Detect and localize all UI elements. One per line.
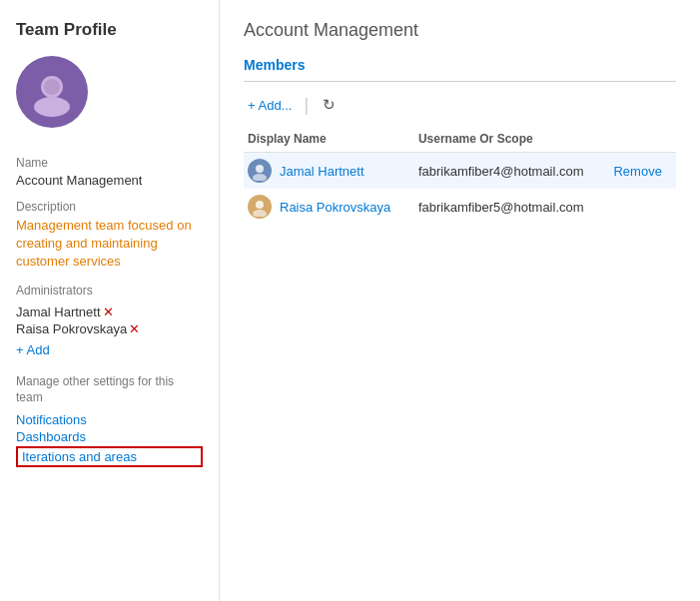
sidebar-title: Team Profile [16, 20, 203, 40]
svg-point-6 [253, 210, 267, 217]
member-username-1: fabrikamfiber4@hotmail.com [414, 153, 610, 190]
description-value: Management team focused on creating and … [16, 217, 203, 272]
add-member-button[interactable]: + Add... [244, 96, 296, 115]
member-avatar-1 [248, 159, 272, 183]
name-label: Name [16, 156, 203, 170]
name-value: Account Management [16, 173, 203, 188]
section-divider [244, 81, 676, 82]
refresh-button[interactable]: ↻ [317, 94, 342, 116]
iterations-areas-link[interactable]: Iterations and areas [16, 446, 203, 467]
table-header-row: Display Name Username Or Scope [244, 128, 676, 153]
col-actions [609, 128, 676, 153]
members-section-header: Members [244, 57, 676, 73]
admin-item: Jamal Hartnett ✕ [16, 304, 203, 319]
admin-name-1: Jamal Hartnett [16, 304, 101, 319]
member-display-name-1[interactable]: Jamal Hartnett [280, 164, 364, 179]
add-member-label: + Add... [248, 98, 292, 113]
main-content: Account Management Members + Add... | ↻ … [220, 0, 700, 601]
notifications-link[interactable]: Notifications [16, 412, 203, 427]
table-row: Raisa Pokrovskaya fabrikamfiber5@hotmail… [244, 189, 676, 225]
svg-point-4 [253, 174, 267, 181]
description-label: Description [16, 200, 203, 214]
team-avatar [16, 56, 88, 128]
members-table: Display Name Username Or Scope [244, 128, 676, 225]
table-row: Jamal Hartnett fabrikamfiber4@hotmail.co… [244, 153, 676, 190]
page-title: Account Management [244, 20, 676, 41]
members-toolbar: + Add... | ↻ [244, 94, 676, 116]
refresh-icon: ↻ [323, 96, 336, 114]
sidebar: Team Profile Name Account Management Des… [0, 0, 220, 601]
svg-point-5 [256, 201, 264, 209]
svg-point-0 [34, 97, 70, 117]
member-name-cell: Jamal Hartnett [244, 153, 414, 190]
remove-member-1-button[interactable]: Remove [613, 164, 661, 179]
administrators-label: Administrators [16, 284, 203, 298]
col-username: Username Or Scope [414, 128, 610, 153]
svg-point-3 [256, 165, 264, 173]
admin-remove-1[interactable]: ✕ [103, 304, 114, 319]
member-remove-cell-2 [609, 189, 676, 225]
member-avatar-2 [248, 195, 272, 219]
svg-point-2 [44, 79, 60, 95]
team-avatar-icon [26, 65, 78, 120]
member-display-name-2[interactable]: Raisa Pokrovskaya [280, 200, 390, 215]
member-username-2: fabrikamfiber5@hotmail.com [414, 189, 610, 225]
admin-name-2: Raisa Pokrovskaya [16, 321, 127, 336]
admin-item-2: Raisa Pokrovskaya ✕ [16, 321, 203, 336]
col-display-name: Display Name [244, 128, 414, 153]
dashboards-link[interactable]: Dashboards [16, 429, 203, 444]
member-remove-cell-1: Remove [609, 153, 676, 190]
manage-label: Manage other settings for this team [16, 373, 203, 407]
toolbar-separator: | [304, 95, 309, 116]
admin-remove-2[interactable]: ✕ [129, 321, 140, 336]
add-admin-link[interactable]: + Add [16, 342, 203, 357]
admins-list: Jamal Hartnett ✕ Raisa Pokrovskaya ✕ [16, 304, 203, 338]
member-name-cell-2: Raisa Pokrovskaya [244, 189, 414, 225]
